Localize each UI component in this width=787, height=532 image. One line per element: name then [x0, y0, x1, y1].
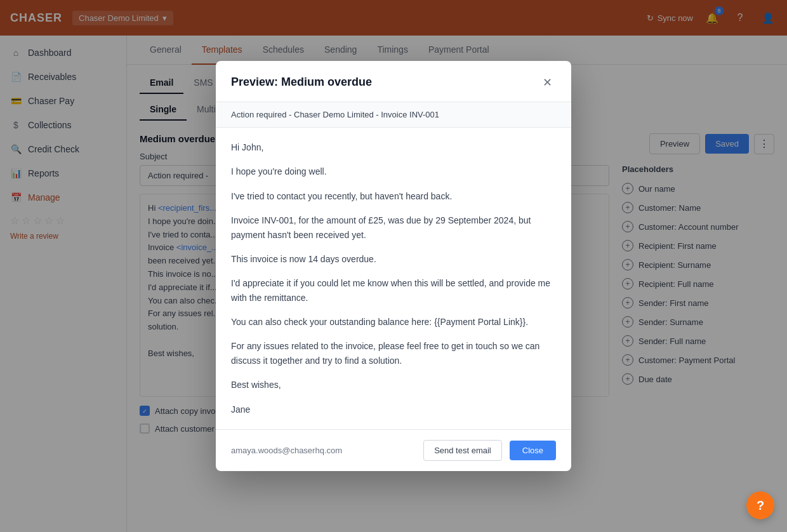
modal-sender: Jane [231, 402, 556, 416]
modal-footer: amaya.woods@chaserhq.com Send test email… [216, 429, 571, 471]
modal-paragraph7: For any issues related to the invoice, p… [231, 339, 556, 368]
modal-paragraph1: I hope you're doing well. [231, 164, 556, 178]
help-button[interactable]: ? [746, 491, 774, 519]
question-mark-icon: ? [757, 498, 764, 513]
close-button[interactable]: ✕ [538, 74, 556, 91]
modal-body: Hi John, I hope you're doing well. I've … [216, 128, 571, 429]
modal-paragraph5: I'd appreciate it if you could let me kn… [231, 276, 556, 305]
modal-paragraph2: I've tried to contact you recently, but … [231, 189, 556, 203]
modal-header: Preview: Medium overdue ✕ [216, 61, 571, 102]
modal-paragraph4: This invoice is now 14 days overdue. [231, 252, 556, 266]
close-modal-button[interactable]: Close [510, 441, 556, 460]
test-email-address: amaya.woods@chaserhq.com [231, 446, 416, 455]
close-icon: ✕ [543, 76, 552, 90]
modal-paragraph6: You can also check your outstanding bala… [231, 315, 556, 329]
modal-title: Preview: Medium overdue [231, 76, 372, 89]
modal-greeting: Hi John, [231, 140, 556, 154]
modal-subject: Action required - Chaser Demo Limited - … [216, 102, 571, 128]
send-test-email-button[interactable]: Send test email [423, 440, 502, 461]
modal-overlay[interactable]: Preview: Medium overdue ✕ Action require… [0, 0, 787, 532]
modal-paragraph3: Invoice INV-001, for the amount of £25, … [231, 213, 556, 242]
preview-modal: Preview: Medium overdue ✕ Action require… [216, 61, 571, 471]
modal-signoff: Best wishes, [231, 378, 556, 392]
